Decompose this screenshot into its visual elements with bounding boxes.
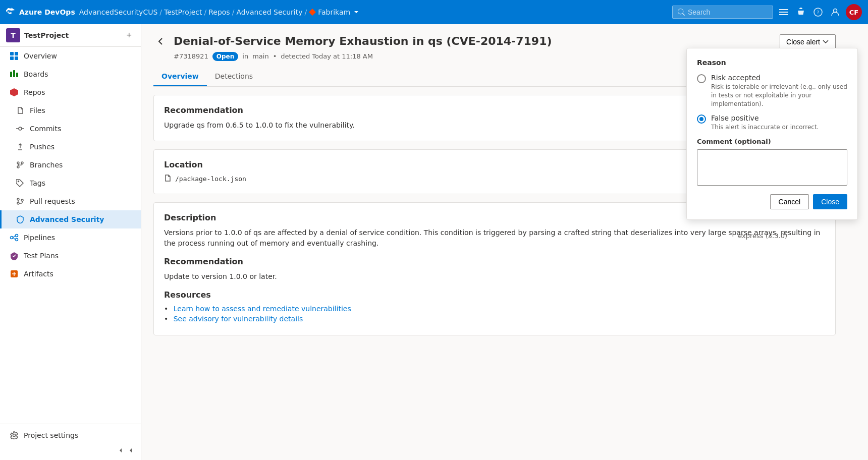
- sidebar-item-commits[interactable]: Commits: [0, 120, 141, 138]
- svg-point-25: [16, 235, 18, 237]
- close-panel-button[interactable]: Close: [813, 194, 847, 209]
- test-plans-icon: [10, 251, 19, 260]
- svg-point-22: [17, 202, 19, 204]
- sidebar-item-branches[interactable]: Branches: [0, 156, 141, 174]
- close-alert-panel: Reason Risk accepted Risk is tolerable o…: [686, 48, 858, 220]
- help-icon-btn[interactable]: ?: [811, 6, 825, 19]
- file-icon: [164, 175, 171, 184]
- basket-icon: [796, 8, 805, 17]
- risk-accepted-desc: Risk is tolerable or irrelevant (e.g., o…: [711, 83, 847, 108]
- radio-circle-risk-accepted: [697, 74, 706, 83]
- location-path: /package-lock.json: [175, 175, 246, 183]
- resource-link-item-1: • See advisory for vulnerability details: [164, 315, 825, 323]
- alert-separator: •: [273, 52, 277, 60]
- tags-icon: [16, 179, 25, 188]
- svg-point-24: [11, 237, 13, 239]
- top-nav-right: ? CF: [672, 4, 862, 20]
- chevron-left-icon-2: [127, 446, 135, 454]
- advanced-security-label: Advanced Security: [30, 215, 104, 223]
- svg-point-23: [21, 199, 23, 201]
- svg-rect-1: [779, 9, 788, 10]
- breadcrumb-advanced-security[interactable]: Advanced Security: [236, 8, 302, 16]
- svg-point-17: [17, 162, 19, 164]
- sidebar-item-repos[interactable]: Repos: [0, 83, 141, 101]
- false-positive-desc: This alert is inaccurate or incorrect.: [711, 123, 819, 132]
- advanced-security-icon: [16, 215, 25, 224]
- overview-label: Overview: [24, 52, 57, 60]
- description-text: Versions prior to 1.0.0 of qs are affect…: [164, 227, 825, 249]
- sidebar-item-pull-requests[interactable]: Pull requests: [0, 192, 141, 210]
- commits-label: Commits: [30, 125, 61, 133]
- false-positive-label: False positive: [711, 114, 819, 122]
- sidebar-item-project-settings[interactable]: Project settings: [0, 426, 141, 444]
- panel-actions: Cancel Close: [697, 194, 847, 209]
- svg-point-14: [19, 127, 22, 130]
- avatar[interactable]: CF: [846, 4, 862, 20]
- radio-circle-false-positive: [697, 114, 706, 124]
- pull-requests-icon: [16, 197, 25, 206]
- description-card: Description Versions prior to 1.0.0 of q…: [153, 202, 836, 335]
- user-settings-icon-btn[interactable]: [829, 6, 842, 19]
- search-input[interactable]: [688, 8, 758, 16]
- search-box[interactable]: [672, 6, 773, 19]
- branches-label: Branches: [30, 161, 63, 169]
- azure-devops-logo[interactable]: Azure DevOps: [6, 7, 75, 17]
- close-alert-label: Close alert: [786, 38, 820, 46]
- recommendation2-title: Recommendation: [164, 257, 825, 266]
- svg-rect-8: [15, 52, 18, 55]
- sidebar-item-boards[interactable]: Boards: [0, 65, 141, 83]
- pipelines-label: Pipelines: [24, 234, 55, 242]
- close-alert-button[interactable]: Close alert: [780, 34, 836, 49]
- breadcrumb: AdvancedSecurityCUS / TestProject / Repo…: [79, 8, 359, 16]
- breadcrumb-fabrikam[interactable]: Fabrikam: [309, 8, 359, 16]
- resource-link-1[interactable]: See advisory for vulnerability details: [174, 315, 303, 323]
- project-label: T TestProject: [6, 28, 69, 42]
- commits-icon: [16, 124, 25, 133]
- add-project-btn[interactable]: +: [123, 29, 135, 42]
- radio-option-false-positive[interactable]: False positive This alert is inaccurate …: [697, 114, 847, 132]
- collapse-sidebar-btn[interactable]: [117, 446, 135, 456]
- artifacts-icon: [10, 269, 19, 278]
- alert-detected: detected Today at 11:18 AM: [281, 52, 373, 60]
- overview-icon: [10, 51, 19, 61]
- radio-option-risk-accepted[interactable]: Risk accepted Risk is tolerable or irrel…: [697, 74, 847, 108]
- sidebar-item-pushes[interactable]: Pushes: [0, 138, 141, 156]
- risk-accepted-label: Risk accepted: [711, 74, 847, 82]
- svg-rect-3: [779, 14, 788, 15]
- breadcrumb-repos[interactable]: Repos: [208, 8, 230, 16]
- tab-overview[interactable]: Overview: [153, 67, 207, 86]
- branches-icon: [16, 160, 25, 169]
- sidebar-item-overview[interactable]: Overview: [0, 47, 141, 65]
- svg-point-19: [21, 162, 23, 164]
- menu-icon: [779, 8, 788, 17]
- sidebar-item-artifacts[interactable]: Artifacts: [0, 265, 141, 283]
- sidebar-item-files[interactable]: Files: [0, 101, 141, 120]
- recommendation2-text: Update to version 1.0.0 or later.: [164, 271, 825, 282]
- back-button[interactable]: [153, 34, 168, 51]
- tags-label: Tags: [30, 179, 45, 187]
- repos-label: Repos: [24, 88, 45, 96]
- svg-rect-0: [309, 9, 316, 16]
- sidebar-item-advanced-security[interactable]: Advanced Security: [0, 210, 141, 228]
- repos-icon: [10, 88, 19, 97]
- tab-detections[interactable]: Detections: [207, 67, 261, 86]
- svg-rect-9: [10, 56, 14, 60]
- sidebar-item-tags[interactable]: Tags: [0, 174, 141, 192]
- sidebar-item-test-plans[interactable]: Test Plans: [0, 247, 141, 265]
- svg-point-18: [17, 166, 19, 168]
- basket-icon-btn[interactable]: [794, 6, 807, 19]
- svg-text:?: ?: [817, 9, 820, 15]
- svg-rect-10: [15, 56, 18, 60]
- sidebar-header: T TestProject +: [0, 24, 141, 47]
- comment-textarea[interactable]: [697, 149, 847, 186]
- breadcrumb-org[interactable]: AdvancedSecurityCUS: [79, 8, 158, 16]
- files-icon: [16, 106, 25, 115]
- svg-point-21: [17, 198, 19, 200]
- menu-icon-btn[interactable]: [777, 6, 790, 19]
- sidebar-item-pipelines[interactable]: Pipelines: [0, 228, 141, 247]
- user-settings-icon: [831, 8, 840, 17]
- breadcrumb-project[interactable]: TestProject: [164, 8, 202, 16]
- resource-link-0[interactable]: Learn how to assess and remediate vulner…: [174, 305, 351, 313]
- cancel-button[interactable]: Cancel: [770, 194, 809, 209]
- svg-rect-11: [10, 72, 12, 77]
